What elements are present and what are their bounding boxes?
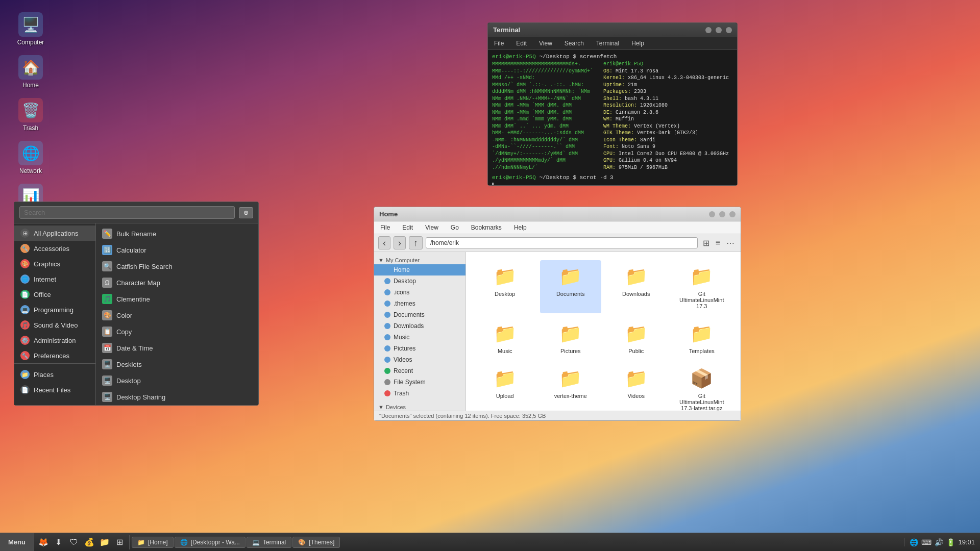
- taskbar-task-home[interactable]: 📁 [Home]: [132, 537, 174, 548]
- file-vertex-theme[interactable]: 📁 vertex-theme: [540, 362, 602, 411]
- fm-sidebar-trash[interactable]: Trash: [374, 388, 465, 399]
- fm-menu-go[interactable]: Go: [449, 223, 461, 232]
- fm-devices-collapse-icon: ▼: [378, 404, 384, 410]
- fm-sidebar-desktop[interactable]: Desktop: [374, 276, 465, 287]
- menu-app-desktop[interactable]: 🖥️ Desktop: [96, 372, 258, 389]
- tray-network-icon[interactable]: 🌐: [910, 538, 918, 546]
- fm-sidebar-home[interactable]: Home: [374, 264, 465, 276]
- tray-volume-icon[interactable]: 🔊: [935, 538, 943, 546]
- desktop-icon-trash[interactable]: 🗑️ Trash: [10, 96, 51, 134]
- file-downloads[interactable]: 📁 Downloads: [605, 260, 667, 313]
- taskbar-task-themes[interactable]: 🎨 [Themes]: [292, 537, 340, 548]
- fm-forward-button[interactable]: ›: [394, 236, 406, 249]
- file-git-ulm[interactable]: 📁 Git UltimateLinuxMint17.3: [671, 260, 733, 313]
- menu-cat-internet[interactable]: 🌐 Internet: [14, 271, 95, 287]
- fm-up-button[interactable]: ↑: [409, 236, 423, 249]
- filemanager-minimize-button[interactable]: [709, 211, 715, 217]
- terminal-maximize-button[interactable]: [716, 27, 722, 33]
- pictures-file-icon: 📁: [558, 321, 583, 346]
- fm-sidebar-pictures[interactable]: Pictures: [374, 343, 465, 354]
- fm-my-computer-header[interactable]: ▼ My Computer: [374, 256, 465, 264]
- terminal-menu-file[interactable]: File: [492, 39, 506, 48]
- taskbar-coin-icon[interactable]: 💰: [82, 535, 96, 549]
- menu-app-color[interactable]: 🎨 Color: [96, 307, 258, 323]
- fm-sidebar-downloads[interactable]: Downloads: [374, 320, 465, 332]
- terminal-content[interactable]: erik@erik-P5Q ~/Desktop $ screenfetch MM…: [488, 50, 737, 185]
- fm-address-bar[interactable]: /home/erik: [426, 237, 698, 248]
- filemanager-maximize-button[interactable]: [719, 211, 725, 217]
- fm-more-button[interactable]: ⋯: [724, 237, 737, 249]
- desklets-icon: 🖥️: [102, 359, 112, 369]
- file-desktop[interactable]: 📁 Desktop: [474, 260, 536, 313]
- fm-menu-help[interactable]: Help: [512, 223, 529, 232]
- menu-app-bulk-rename[interactable]: ✏️ Bulk Rename: [96, 226, 258, 242]
- file-pictures[interactable]: 📁 Pictures: [540, 317, 602, 358]
- menu-cat-office[interactable]: 📄 Office: [14, 287, 95, 302]
- menu-app-clementine[interactable]: 🎵 Clementine: [96, 291, 258, 307]
- terminal-menu-view[interactable]: View: [537, 39, 554, 48]
- file-music[interactable]: 📁 Music: [474, 317, 536, 358]
- terminal-close-button[interactable]: [726, 27, 732, 33]
- fm-sidebar-themes[interactable]: .themes: [374, 298, 465, 309]
- file-templates[interactable]: 📁 Templates: [671, 317, 733, 358]
- menu-cat-accessories[interactable]: 🔧 Accessories: [14, 241, 95, 256]
- desktop-icon-home[interactable]: 🏠 Home: [10, 53, 51, 91]
- file-public[interactable]: 📁 Public: [605, 317, 667, 358]
- desktop-icon-computer[interactable]: 🖥️ Computer: [10, 10, 51, 48]
- menu-cat-sound-video[interactable]: 🎵 Sound & Video: [14, 317, 95, 333]
- fm-sidebar-videos[interactable]: Videos: [374, 354, 465, 365]
- menu-app-datetime[interactable]: 📅 Date & Time: [96, 340, 258, 356]
- menu-all-apps[interactable]: ⊞ All Applications: [14, 226, 95, 241]
- menu-app-calculator[interactable]: 🔢 Calculator: [96, 242, 258, 258]
- taskbar-folder-icon[interactable]: 📁: [97, 535, 112, 549]
- fm-sidebar-recent[interactable]: Recent: [374, 365, 465, 377]
- taskbar-start-button[interactable]: Menu: [0, 533, 34, 551]
- network-label: Network: [19, 167, 42, 174]
- fm-menu-bookmarks[interactable]: Bookmarks: [469, 223, 504, 232]
- tray-battery-icon[interactable]: 🔋: [946, 538, 955, 546]
- taskbar-task-terminal[interactable]: 💻 Terminal: [247, 537, 291, 548]
- desktop-icon-network[interactable]: 🌐 Network: [10, 139, 51, 177]
- terminal-menu-help[interactable]: Help: [629, 39, 646, 48]
- filemanager-close-button[interactable]: [729, 211, 736, 217]
- menu-recent-files[interactable]: 📄 Recent Files: [14, 382, 95, 397]
- menu-cat-programming[interactable]: 💻 Programming: [14, 302, 95, 317]
- fm-list-view-button[interactable]: ≡: [714, 237, 722, 249]
- fm-menu-edit[interactable]: Edit: [400, 223, 415, 232]
- fm-grid-view-button[interactable]: ⊞: [701, 237, 712, 249]
- terminal-minimize-button[interactable]: [705, 27, 712, 33]
- menu-app-desktop-sharing[interactable]: 🖥️ Desktop Sharing: [96, 389, 258, 405]
- menu-app-catfish[interactable]: 🔍 Catfish File Search: [96, 258, 258, 274]
- file-git-tar[interactable]: 📦 Git UltimateLinuxMint17.3-latest.tar.g…: [671, 362, 733, 411]
- menu-cat-preferences[interactable]: 🔧 Preferences: [14, 348, 95, 363]
- file-videos[interactable]: 📁 Videos: [605, 362, 667, 411]
- taskbar-apps-icon[interactable]: ⊞: [113, 535, 127, 549]
- file-upload[interactable]: 📁 Upload: [474, 362, 536, 411]
- taskbar-firefox-icon[interactable]: 🦊: [36, 535, 51, 549]
- fm-back-button[interactable]: ‹: [378, 236, 390, 249]
- menu-places[interactable]: 📁 Places: [14, 367, 95, 382]
- menu-app-charmap[interactable]: Ω Character Map: [96, 274, 258, 291]
- fm-sidebar-music[interactable]: Music: [374, 332, 465, 343]
- taskbar-shield-icon[interactable]: 🛡: [67, 535, 81, 549]
- menu-app-desklets[interactable]: 🖥️ Desklets: [96, 356, 258, 372]
- fm-sidebar-icons[interactable]: .icons: [374, 287, 465, 298]
- tray-keyboard-icon[interactable]: ⌨: [921, 538, 932, 546]
- menu-cat-graphics[interactable]: 🎨 Graphics: [14, 256, 95, 271]
- terminal-menu-search[interactable]: Search: [562, 39, 586, 48]
- fm-menu-view[interactable]: View: [423, 223, 440, 232]
- fm-menu-file[interactable]: File: [378, 223, 392, 232]
- taskbar-task-desktoppr[interactable]: 🌐 [Desktoppr - Wa...: [175, 537, 246, 548]
- fm-devices-header[interactable]: ▼ Devices: [374, 403, 465, 411]
- file-documents[interactable]: 📁 Documents: [540, 260, 602, 313]
- taskbar-download-icon[interactable]: ⬇: [52, 535, 66, 549]
- menu-search-button[interactable]: ⊕: [239, 207, 253, 218]
- menu-app-copy[interactable]: 📋 Copy: [96, 323, 258, 340]
- terminal-menu-terminal[interactable]: Terminal: [594, 39, 621, 48]
- downloads-sidebar-icon: [384, 323, 390, 329]
- menu-cat-administration[interactable]: ⚙️ Administration: [14, 333, 95, 348]
- fm-sidebar-documents[interactable]: Documents: [374, 309, 465, 320]
- menu-search-input[interactable]: [19, 206, 235, 219]
- fm-sidebar-filesystem[interactable]: File System: [374, 377, 465, 388]
- terminal-menu-edit[interactable]: Edit: [514, 39, 529, 48]
